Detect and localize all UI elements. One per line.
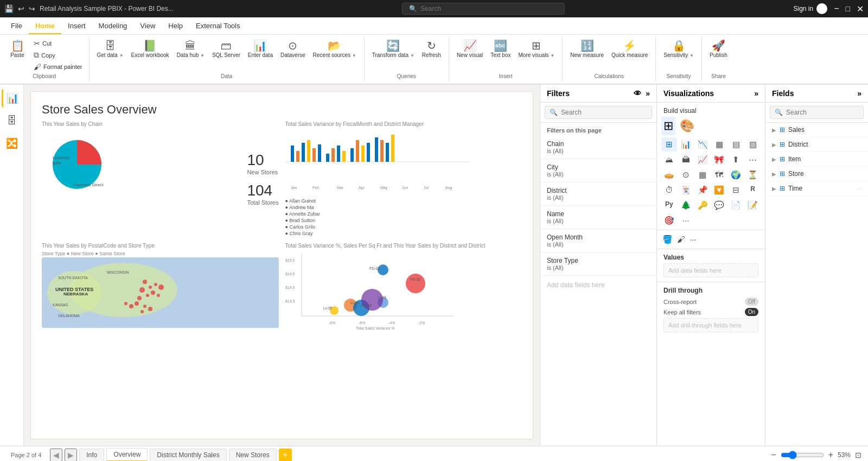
viz-format-icon[interactable]: 🎨: [678, 117, 697, 135]
get-data-button[interactable]: 🗄 Get data ▼: [94, 38, 127, 61]
viz-icon-pie[interactable]: 🥧: [661, 168, 677, 182]
minimize-button[interactable]: −: [834, 4, 839, 14]
transform-data-button[interactable]: 🔄 Transform data ▼: [369, 38, 418, 61]
page-tab-info[interactable]: Info: [79, 449, 104, 462]
new-measure-button[interactable]: 🔢 New measure: [567, 38, 607, 61]
viz-icon-waterfall[interactable]: ⬆: [728, 153, 744, 167]
data-view-icon[interactable]: 🗄: [4, 112, 20, 130]
publish-button[interactable]: 🚀 Publish: [706, 38, 731, 61]
field-item-sales[interactable]: ▶ ⊞ Sales: [765, 123, 868, 137]
viz-icon-metrics[interactable]: 🎯: [661, 213, 677, 228]
report-view-icon[interactable]: 📊: [2, 89, 22, 108]
more-visuals-button[interactable]: ⊞ More visuals ▼: [515, 38, 558, 61]
viz-icon-more[interactable]: ···: [678, 213, 694, 228]
viz-icon-line[interactable]: 📈: [695, 153, 711, 167]
viz-icon-filled-map[interactable]: 🌍: [728, 168, 744, 182]
filter-item-name[interactable]: Name is (All): [540, 206, 656, 229]
field-item-item[interactable]: ▶ ⊞ Item: [765, 152, 868, 167]
tab-help[interactable]: Help: [162, 18, 189, 34]
viz-icon-area[interactable]: ⛰: [661, 153, 677, 167]
viz-icon-treemap[interactable]: ▦: [695, 168, 711, 182]
viz-icon-donut[interactable]: ⊙: [678, 168, 694, 182]
viz-expand-icon[interactable]: »: [754, 89, 758, 98]
viz-icon-map[interactable]: 🗺: [712, 168, 727, 182]
model-view-icon[interactable]: 🔀: [3, 134, 21, 153]
tab-file[interactable]: File: [4, 18, 29, 34]
close-button[interactable]: ✕: [857, 4, 864, 14]
zoom-in-button[interactable]: +: [828, 450, 833, 460]
tab-modeling[interactable]: Modeling: [92, 18, 134, 34]
data-hub-button[interactable]: 🏛 Data hub ▼: [174, 38, 208, 61]
viz-dots-icon[interactable]: ···: [688, 232, 698, 247]
filter-view-icon[interactable]: 👁: [634, 89, 641, 98]
viz-values-placeholder[interactable]: Add data fields here: [663, 263, 758, 277]
sign-in-area[interactable]: Sign in: [793, 3, 827, 14]
viz-icon-r[interactable]: R: [745, 183, 761, 197]
global-search-input[interactable]: [420, 5, 558, 12]
recent-sources-button[interactable]: 📂 Recent sources ▼: [310, 38, 360, 61]
viz-build-icon[interactable]: ⊞: [661, 117, 675, 135]
fields-search-wrapper[interactable]: 🔍: [770, 106, 864, 119]
viz-paintbrush-icon[interactable]: 🖌: [676, 232, 686, 247]
field-item-district[interactable]: ▶ ⊞ District: [765, 137, 868, 152]
page-nav-next[interactable]: ▶: [65, 449, 77, 462]
zoom-out-button[interactable]: −: [771, 450, 776, 460]
dataverse-button[interactable]: ⊙ Dataverse: [277, 38, 309, 61]
new-visual-button[interactable]: 📈 New visual: [454, 38, 486, 61]
viz-icon-python[interactable]: Py: [661, 198, 677, 212]
viz-icon-clustered-bar[interactable]: ▧: [745, 137, 761, 151]
viz-icon-key-inf[interactable]: 🔑: [695, 198, 711, 212]
copy-button[interactable]: ⧉ Copy: [31, 49, 85, 61]
page-nav-prev[interactable]: ◀: [50, 449, 62, 462]
filter-expand-icon[interactable]: »: [646, 89, 650, 98]
viz-icon-card[interactable]: 🃏: [678, 183, 694, 197]
viz-icon-ribbon[interactable]: 🎀: [712, 153, 727, 167]
filter-search-input[interactable]: [561, 109, 647, 116]
fit-page-button[interactable]: ⊡: [855, 451, 861, 459]
viz-icon-qa[interactable]: 💬: [712, 198, 727, 212]
paste-button[interactable]: 📋 Paste: [4, 38, 30, 61]
filter-item-store-type[interactable]: Store Type is (All): [540, 252, 656, 276]
page-tab-new-stores[interactable]: New Stores: [229, 449, 277, 462]
viz-icon-matrix[interactable]: ⊟: [728, 183, 744, 197]
viz-icon-100pct-bar[interactable]: ▤: [728, 137, 744, 151]
sql-button[interactable]: 🗃 SQL Server: [209, 38, 244, 61]
quick-measure-button[interactable]: ⚡ Quick measure: [608, 38, 651, 61]
format-painter-button[interactable]: 🖌 Format painter: [31, 61, 85, 72]
page-tab-overview[interactable]: Overview: [106, 448, 148, 461]
user-avatar[interactable]: [816, 3, 827, 14]
page-tab-district[interactable]: District Monthly Sales: [150, 449, 226, 462]
viz-icon-decomp[interactable]: 🌲: [678, 198, 694, 212]
undo-icon[interactable]: ↩: [18, 4, 24, 13]
viz-icon-gauge[interactable]: ⏱: [661, 183, 677, 197]
filter-item-city[interactable]: City is (All): [540, 159, 656, 182]
excel-button[interactable]: 📗 Excel workbook: [128, 38, 173, 61]
viz-icon-slicer[interactable]: 🔽: [712, 183, 727, 197]
viz-icon-funnel[interactable]: ⏳: [745, 168, 761, 182]
zoom-slider[interactable]: [781, 451, 824, 459]
tab-view[interactable]: View: [133, 18, 162, 34]
add-page-button[interactable]: +: [279, 449, 292, 462]
viz-icon-stacked-bar[interactable]: ▦: [712, 137, 727, 151]
filter-item-open-month[interactable]: Open Month is (All): [540, 229, 656, 252]
tab-external-tools[interactable]: External Tools: [189, 18, 246, 34]
redo-icon[interactable]: ↪: [29, 4, 35, 13]
save-icon[interactable]: 💾: [4, 4, 14, 13]
viz-icon-stacked-area[interactable]: 🏔: [678, 153, 694, 167]
field-item-time[interactable]: ▶ ⊞ Time ···: [765, 181, 868, 196]
viz-icon-paginated[interactable]: 📄: [728, 198, 744, 212]
viz-icon-smart-narr[interactable]: 📝: [745, 198, 761, 212]
viz-icon-kpi[interactable]: 📌: [695, 183, 711, 197]
fields-expand-icon[interactable]: »: [857, 89, 861, 98]
viz-filter-icon[interactable]: 🪣: [661, 232, 674, 247]
sensitivity-button[interactable]: 🔒 Sensitivity ▼: [660, 38, 697, 61]
filter-item-chain[interactable]: Chain is (All): [540, 136, 656, 159]
cut-button[interactable]: ✂ Cut: [31, 38, 85, 49]
global-search-bar[interactable]: 🔍: [402, 3, 565, 15]
viz-icon-scatter[interactable]: ⋯: [745, 153, 761, 167]
viz-icon-line-bar[interactable]: 📉: [695, 137, 711, 151]
viz-icon-bar[interactable]: 📊: [678, 137, 694, 151]
viz-icon-table[interactable]: ⊞: [661, 137, 677, 151]
viz-drill-add[interactable]: Add drill-through fields here: [663, 318, 758, 332]
tab-home[interactable]: Home: [29, 18, 61, 34]
